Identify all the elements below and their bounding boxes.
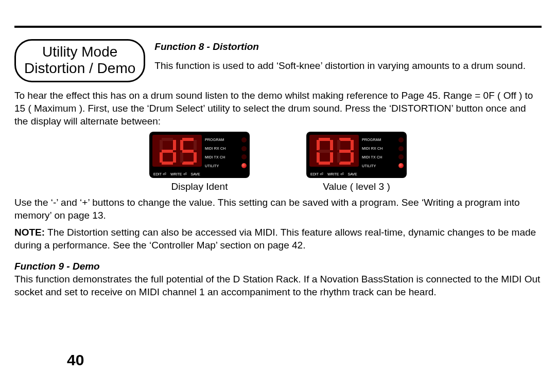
led-column-left: PROGRAM MIDI RX CH MIDI TX CH UTILITY — [205, 135, 247, 170]
svg-rect-25 — [337, 152, 340, 163]
svg-rect-8 — [194, 140, 197, 150]
led-indicator — [398, 146, 404, 151]
svg-rect-23 — [351, 152, 354, 163]
svg-rect-3 — [162, 162, 173, 165]
bottom-label: EDIT — [310, 172, 319, 176]
led-indicator — [241, 154, 247, 159]
section-title-line2: Distortion / Demo — [24, 60, 135, 77]
led-label: MIDI TX CH — [362, 155, 396, 159]
svg-rect-10 — [182, 162, 194, 165]
manual-page: Utility Mode Distortion / Demo Function … — [0, 0, 556, 392]
display-value-column: PROGRAM MIDI RX CH MIDI TX CH UTILITY ED… — [306, 132, 407, 192]
svg-rect-16 — [330, 152, 333, 163]
bottom-label: SAVE — [348, 172, 357, 176]
svg-rect-18 — [317, 152, 320, 163]
svg-rect-17 — [319, 162, 330, 165]
displays-row: PROGRAM MIDI RX CH MIDI TX CH UTILITY ED… — [14, 132, 542, 192]
function8-para2: Use the ‘-’ and ‘+’ buttons to change th… — [14, 197, 542, 222]
led-label: MIDI RX CH — [362, 147, 396, 150]
led-indicator — [241, 146, 247, 151]
led-indicator — [241, 137, 247, 142]
bottom-label: EDIT — [153, 172, 162, 176]
seven-segment-screen-right — [309, 135, 359, 167]
seven-segment-screen-left — [152, 135, 202, 167]
enter-icon: ⏎ — [340, 172, 344, 176]
svg-rect-14 — [319, 138, 330, 141]
function9-para: This function demonstrates the full pote… — [14, 273, 542, 298]
function9-title: Function 9 - Demo — [14, 261, 542, 272]
svg-rect-5 — [160, 140, 163, 150]
enter-icon: ⏎ — [163, 172, 166, 176]
svg-rect-15 — [330, 140, 333, 150]
svg-rect-11 — [180, 152, 183, 163]
page-number: 40 — [67, 351, 84, 369]
function8-intro: This function is used to add ‘Soft-knee’… — [154, 60, 542, 73]
bottom-label: WRITE — [327, 172, 339, 176]
display-ident-caption: Display Ident — [171, 181, 228, 192]
enter-icon: ⏎ — [183, 172, 187, 176]
led-indicator — [398, 154, 404, 159]
display-device-right: PROGRAM MIDI RX CH MIDI TX CH UTILITY ED… — [306, 132, 407, 178]
function8-title: Function 8 - Distortion — [154, 41, 542, 52]
display-ident-column: PROGRAM MIDI RX CH MIDI TX CH UTILITY ED… — [149, 132, 250, 192]
enter-icon: ⏎ — [320, 172, 323, 176]
note-text: The Distortion setting can also be acces… — [14, 227, 536, 251]
top-rule — [14, 26, 542, 28]
svg-rect-1 — [173, 140, 176, 150]
svg-rect-6 — [162, 150, 173, 153]
function8-para1: To hear the effect this has on a drum so… — [14, 90, 542, 128]
section-title-lozenge: Utility Mode Distortion / Demo — [14, 39, 145, 82]
led-label: UTILITY — [362, 164, 396, 168]
led-indicator — [398, 137, 404, 142]
led-label: UTILITY — [205, 164, 239, 168]
section-title-line1: Utility Mode — [24, 44, 135, 60]
bottom-label: WRITE — [170, 172, 182, 176]
header-text: Function 8 - Distortion This function is… — [154, 39, 542, 73]
function8-note: NOTE: The Distortion setting can also be… — [14, 226, 542, 252]
led-label: PROGRAM — [205, 138, 239, 141]
led-column-right: PROGRAM MIDI RX CH MIDI TX CH UTILITY — [362, 135, 404, 170]
note-label: NOTE: — [14, 227, 45, 238]
led-label: MIDI TX CH — [205, 155, 239, 159]
svg-rect-27 — [339, 150, 351, 153]
svg-rect-26 — [337, 140, 340, 150]
svg-rect-2 — [173, 152, 176, 163]
display-value-caption: Value ( level 3 ) — [323, 181, 390, 192]
device-bottom-right: EDIT⏎ WRITE⏎ SAVE — [309, 170, 404, 176]
svg-rect-22 — [351, 140, 354, 150]
led-indicator-lit — [398, 163, 404, 168]
svg-rect-4 — [160, 152, 163, 163]
svg-rect-0 — [162, 138, 173, 141]
led-indicator-lit — [241, 163, 247, 168]
led-label: MIDI RX CH — [205, 147, 239, 150]
svg-rect-13 — [182, 150, 194, 153]
svg-rect-24 — [339, 162, 351, 165]
device-bottom-left: EDIT⏎ WRITE⏎ SAVE — [152, 170, 247, 176]
header-row: Utility Mode Distortion / Demo Function … — [14, 39, 542, 82]
led-label: PROGRAM — [362, 138, 396, 141]
display-device-left: PROGRAM MIDI RX CH MIDI TX CH UTILITY ED… — [149, 132, 250, 178]
svg-rect-21 — [339, 138, 351, 141]
svg-rect-19 — [317, 140, 320, 150]
svg-rect-7 — [182, 138, 194, 141]
svg-rect-9 — [194, 152, 197, 163]
svg-rect-20 — [319, 150, 330, 153]
bottom-label: SAVE — [191, 172, 200, 176]
svg-rect-12 — [180, 140, 183, 150]
